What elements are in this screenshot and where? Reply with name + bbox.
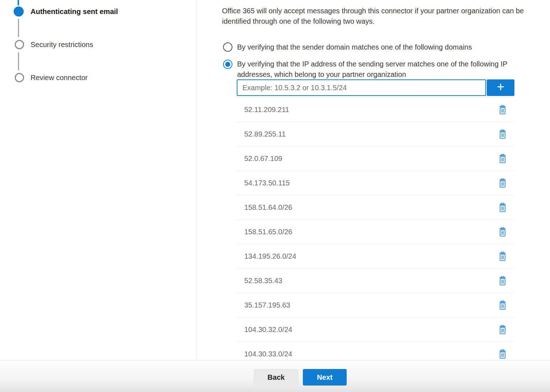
ip-address-value: 52.58.35.43 [244,277,282,285]
delete-ip-button[interactable] [496,103,509,116]
trash-icon [499,227,507,237]
ip-address-value: 52.89.255.11 [244,130,286,138]
trash-icon [499,105,507,115]
plus-icon: + [497,80,504,93]
stepper-connector [18,19,19,37]
delete-ip-button[interactable] [496,152,509,165]
ip-list-item: 35.157.195.63 [236,293,514,318]
ip-list-item: 134.195.26.0/24 [236,244,514,269]
wizard-footer: Back Next [0,360,550,392]
delete-ip-button[interactable] [496,226,509,239]
radio-sender-domain[interactable] [223,42,232,52]
ip-list-item: 52.89.255.11 [236,122,514,147]
ip-address-value: 54.173.50.115 [244,179,290,187]
ip-list-item: 158.51.64.0/26 [236,195,514,220]
radio-sender-domain-label[interactable]: By verifying that the sender domain matc… [237,42,472,52]
step-active-dot [14,6,24,17]
step-dot [15,40,24,49]
back-button[interactable]: Back [254,369,299,386]
add-ip-button[interactable]: + [487,79,514,96]
ip-address-value: 35.157.195.63 [244,301,290,309]
connector-wizard-screen: Authenticating sent email Security restr… [0,0,550,392]
ip-address-value: 104.30.33.0/24 [244,350,292,358]
delete-ip-button[interactable] [496,250,509,263]
delete-ip-button[interactable] [496,299,509,312]
trash-icon [499,325,507,335]
delete-ip-button[interactable] [496,201,509,214]
pane-divider [196,0,197,360]
ip-address-value: 52.0.67.109 [244,155,282,163]
ip-address-list: 52.11.209.211 52.89.255.11 52.0.67.109 [236,97,514,366]
delete-ip-button[interactable] [496,323,509,336]
step-security-restrictions: Security restrictions [31,40,93,49]
page-description: Office 365 will only accept messages thr… [222,6,550,27]
ip-list-item: 52.58.35.43 [236,269,514,293]
trash-icon [499,300,507,310]
trash-icon [499,349,507,359]
stepper-connector [18,52,19,70]
delete-ip-button[interactable] [496,177,509,190]
ip-list-item: 52.11.209.211 [236,98,514,122]
next-button[interactable]: Next [303,369,347,386]
ip-list-item: 52.0.67.109 [236,147,514,171]
step-review-connector: Review connector [31,73,88,82]
step-authenticating-sent-email: Authenticating sent email [31,7,118,16]
trash-icon [499,178,507,188]
ip-address-value: 104.30.32.0/24 [244,326,292,334]
trash-icon [499,154,507,163]
delete-ip-button[interactable] [496,128,509,141]
wizard-stepper: Authenticating sent email Security restr… [0,0,196,360]
trash-icon [499,129,507,139]
trash-icon [499,203,507,212]
trash-icon [499,276,507,286]
ip-address-value: 158.51.64.0/26 [244,203,292,212]
ip-list-item: 158.51.65.0/26 [236,220,514,244]
ip-address-value: 158.51.65.0/26 [244,228,292,236]
ip-list-item: 104.30.32.0/24 [236,318,514,342]
ip-list-item: 54.173.50.115 [236,171,514,195]
radio-ip-address[interactable] [223,60,232,69]
stepper-connector-top [18,0,19,5]
ip-address-input[interactable] [237,79,486,96]
trash-icon [499,252,507,261]
ip-address-value: 134.195.26.0/24 [244,252,296,260]
radio-ip-address-label[interactable]: By verifying that the IP address of the … [237,59,535,80]
step-dot [15,73,24,82]
delete-ip-button[interactable] [496,275,509,287]
ip-address-value: 52.11.209.211 [244,106,289,114]
delete-ip-button[interactable] [496,348,509,361]
ip-input-row: + [237,79,514,96]
